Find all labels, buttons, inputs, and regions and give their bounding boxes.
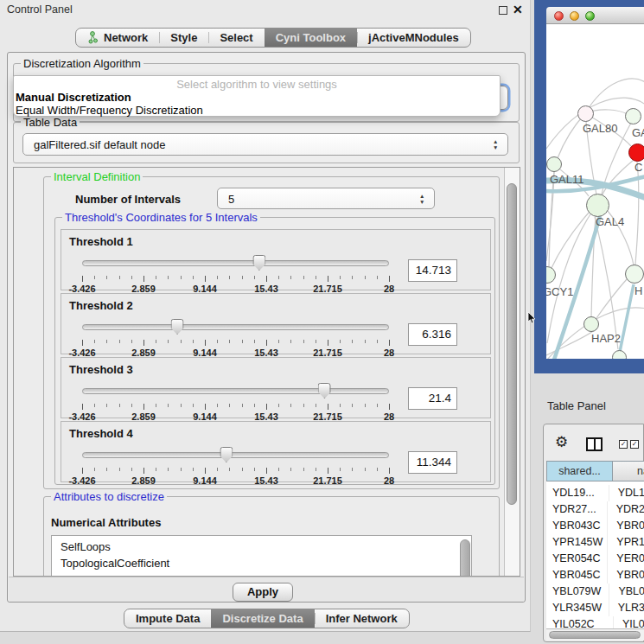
network-node-label: HAP2 (591, 332, 621, 345)
mouse-cursor (527, 312, 537, 325)
columns-icon[interactable] (586, 437, 603, 451)
network-canvas[interactable]: GAL80GACGAL11GAL4GCY1HHAP2 (546, 24, 644, 359)
table-row[interactable]: YPR145WYPR1 (546, 534, 644, 551)
table-cell: YDL19... (546, 485, 609, 501)
minimize-traffic-light-icon[interactable] (570, 11, 579, 21)
threshold-3-slider-handle[interactable] (318, 383, 331, 399)
control-panel-titlebar[interactable]: Control Panel ✕ (0, 0, 530, 19)
tab-discretize-data[interactable]: Discretize Data (211, 609, 314, 628)
zoom-traffic-light-icon[interactable] (585, 11, 595, 21)
float-window-icon[interactable] (499, 6, 507, 15)
threshold-3-value-field[interactable]: 21.4 (408, 387, 457, 410)
table-hscrollbar-thumb[interactable] (549, 631, 641, 639)
network-node-label: GAL80 (583, 122, 617, 135)
threshold-1-label: Threshold 1 (69, 235, 133, 248)
tab-style[interactable]: Style (159, 29, 208, 47)
table-row[interactable]: YBR043CYBR0 (546, 518, 644, 534)
attributes-group: Attributes to discretize Numerical Attri… (43, 496, 500, 577)
network-node-gal80[interactable] (577, 105, 594, 122)
network-icon (87, 31, 99, 44)
table-cell: YBR0 (607, 518, 644, 534)
tab-infer-network[interactable]: Infer Network (315, 609, 409, 628)
table-row[interactable]: YDR27...YDR2 (546, 501, 644, 518)
threshold-4-slider-handle[interactable] (220, 447, 233, 462)
checkbox-icon[interactable] (619, 440, 628, 449)
number-of-intervals-label: Number of Intervals (75, 193, 181, 206)
settings-scrollbar[interactable] (504, 168, 520, 576)
gear-icon[interactable]: ⚙ (555, 435, 568, 450)
control-panel-window: Control Panel ✕ Network Style Select Cyn… (0, 0, 531, 632)
tab-cyni-toolbox[interactable]: Cyni Toolbox (265, 29, 357, 47)
number-of-intervals-combobox[interactable]: 5 (217, 188, 435, 209)
column-header-name[interactable]: na... (613, 461, 644, 481)
table-cell: YIL0 (613, 616, 644, 628)
slider-ticks (82, 404, 389, 411)
tab-jactivemnodules[interactable]: jActiveMNodules (357, 29, 470, 47)
table-panel-body: ⚙ shared... na... YDL19...YDL1YDR27...YD… (543, 424, 644, 642)
threshold-2-slider-track[interactable] (82, 324, 389, 330)
network-node-h[interactable] (625, 265, 644, 284)
option-equal-width-frequency[interactable]: Equal Width/Frequency Discretization (16, 104, 203, 117)
table-row[interactable]: YBR045CYBR0 (546, 567, 644, 583)
table-row[interactable]: YDL19...YDL1 (546, 485, 644, 501)
slider-ticks (82, 468, 389, 475)
threshold-4-slider-track[interactable] (82, 452, 389, 458)
table-cell: YBR043C (546, 518, 607, 534)
screen: Control Panel ✕ Network Style Select Cyn… (0, 0, 644, 644)
network-node-unnamed[interactable] (612, 350, 627, 360)
threshold-3-label: Threshold 3 (69, 363, 133, 376)
table-row[interactable]: YER054CYER0 (546, 551, 644, 567)
network-edges (546, 24, 644, 359)
tab-network-label: Network (104, 31, 148, 44)
table-header: shared... na... (546, 461, 644, 481)
algorithm-dropdown-popup: Select algorithm to view settings Manual… (13, 75, 501, 117)
table-row[interactable]: YIL052CYIL0 (546, 616, 644, 628)
numerical-attributes-list[interactable]: SelfLoops TopologicalCoefficient Between… (51, 535, 472, 577)
threshold-2-value-field[interactable]: 6.316 (408, 323, 457, 346)
threshold-1-value-field[interactable]: 14.713 (408, 259, 457, 282)
table-row[interactable]: YLR345WYLR3 (546, 600, 644, 616)
network-node-hap2[interactable] (583, 316, 599, 332)
table-data-group: Table Data galFiltered.sif default node (13, 122, 520, 163)
discretization-algorithm-label: Discretization Algorithm (21, 57, 143, 70)
threshold-1-panel: Threshold 1 -3.426 2.859 9.144 15.43 21.… (61, 229, 491, 290)
threshold-4-value-field[interactable]: 11.344 (408, 451, 457, 474)
list-scrollbar-thumb[interactable] (460, 539, 470, 577)
table-hscrollbar[interactable] (546, 628, 644, 641)
close-icon[interactable]: ✕ (513, 3, 523, 16)
table-cell: YER054C (546, 551, 607, 567)
table-data-combobox[interactable]: galFiltered.sif default node (22, 133, 508, 156)
table-cell: YBR0 (607, 567, 644, 583)
table-panel-title: Table Panel (547, 399, 606, 412)
network-node-label: H (634, 284, 642, 297)
table-cell: YPR145W (546, 534, 607, 551)
table-panel-titlebar[interactable]: Table Panel (534, 373, 644, 424)
threshold-3-slider-track[interactable] (82, 388, 389, 394)
network-node-gal4[interactable] (586, 194, 609, 217)
network-node-label: GAL4 (596, 215, 624, 228)
table-cell: YDL1 (609, 485, 644, 501)
table-row[interactable]: YBL079WYBL0 (546, 583, 644, 600)
threshold-1-slider-handle[interactable] (252, 255, 265, 271)
column-header-shared-name[interactable]: shared... (546, 461, 613, 481)
threshold-1-slider-track[interactable] (82, 260, 389, 266)
network-window-titlebar[interactable] (546, 7, 644, 24)
checkbox-icon[interactable] (630, 440, 639, 449)
list-item[interactable]: SelfLoops (52, 539, 471, 555)
network-node-c[interactable] (628, 143, 644, 162)
apply-button[interactable]: Apply (233, 583, 293, 602)
control-panel-tabs: Network Style Select Cyni Toolbox jActiv… (75, 28, 471, 48)
option-manual-discretization[interactable]: Manual Discretization (16, 91, 131, 104)
settings-scrollbar-thumb[interactable] (507, 183, 517, 505)
threshold-2-slider-handle[interactable] (171, 319, 184, 335)
table-cell: YBL079W (546, 583, 609, 600)
close-traffic-light-icon[interactable] (554, 11, 564, 21)
tab-impute-data[interactable]: Impute Data (124, 609, 211, 628)
slider-ticks (82, 276, 389, 283)
network-node-ga[interactable] (625, 108, 641, 124)
tab-network[interactable]: Network (76, 29, 159, 47)
tab-select[interactable]: Select (208, 29, 264, 47)
apply-row: Apply (9, 577, 524, 602)
list-item[interactable]: TopologicalCoefficient (52, 555, 471, 571)
network-node-gal11[interactable] (546, 156, 562, 172)
